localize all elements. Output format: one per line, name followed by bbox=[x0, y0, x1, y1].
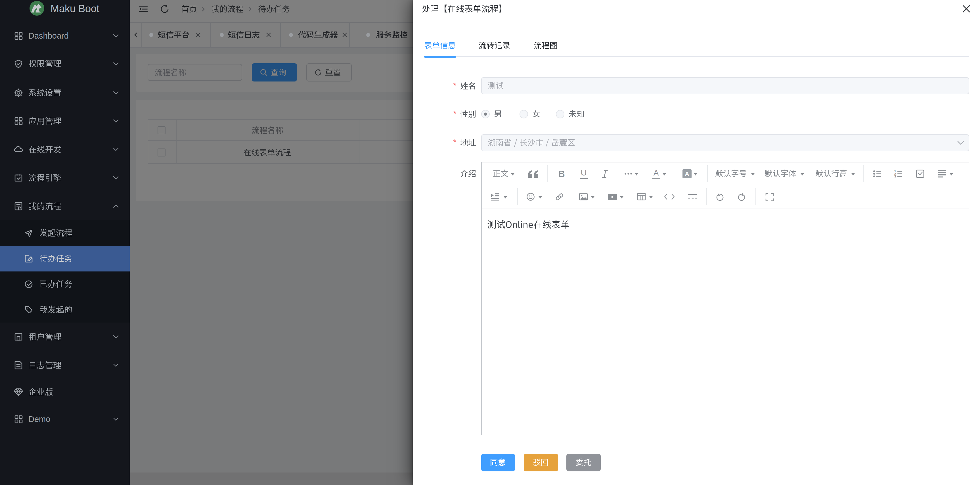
svg-text:A: A bbox=[685, 170, 689, 178]
svg-text:3: 3 bbox=[894, 175, 896, 178]
